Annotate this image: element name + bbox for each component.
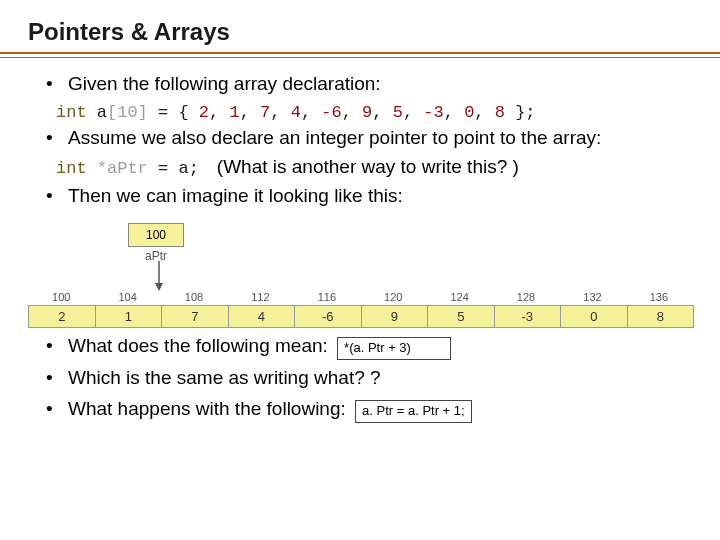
arrow-down-icon [155, 261, 175, 291]
code-star: * [87, 159, 107, 178]
bullet-list-2b: Then we can imagine it looking like this… [46, 184, 692, 209]
bullet-same: Which is the same as writing what? ? [46, 366, 692, 391]
code-box-deref: *(a. Ptr + 3) [337, 337, 451, 360]
value-cell: 9 [362, 306, 429, 327]
bullet-happens: What happens with the following: a. Ptr … [46, 397, 692, 423]
code-v9: 8 [495, 103, 505, 122]
code-v2: 7 [260, 103, 270, 122]
addr-cell: 116 [294, 291, 360, 305]
bullet-assume: Assume we also declare an integer pointe… [46, 126, 692, 151]
memory-diagram: 100 aPtr 100 104 108 112 116 120 124 128… [28, 223, 692, 328]
value-cell: -3 [495, 306, 562, 327]
code-v4: -6 [321, 103, 341, 122]
aptr-box: 100 [128, 223, 184, 247]
code-array-decl: int a[10] = { 2, 1, 7, 4, -6, 9, 5, -3, … [56, 103, 692, 122]
code-name: a [87, 103, 107, 122]
code-box-incr: a. Ptr = a. Ptr + 1; [355, 400, 472, 423]
value-cell: 4 [229, 306, 296, 327]
code-ptr-rest: = a; [148, 159, 199, 178]
addr-cell: 128 [493, 291, 559, 305]
bullet-list-1: Given the following array declaration: [46, 72, 692, 97]
value-cell: 0 [561, 306, 628, 327]
code-v1: 1 [229, 103, 239, 122]
code-size: [10] [107, 103, 148, 122]
addr-cell: 136 [626, 291, 692, 305]
addr-cell: 108 [161, 291, 227, 305]
bullet-list-2: Assume we also declare an integer pointe… [46, 126, 692, 151]
slide-title: Pointers & Arrays [28, 18, 692, 52]
code-close: }; [505, 103, 536, 122]
kw-int-2: int [56, 159, 87, 178]
bullet-imagine: Then we can imagine it looking like this… [46, 184, 692, 209]
value-cell: 2 [29, 306, 96, 327]
aptr-box-row: 100 aPtr [128, 223, 692, 263]
value-cell: 8 [628, 306, 694, 327]
value-cell: 1 [96, 306, 163, 327]
title-underline [0, 52, 720, 58]
code-v7: -3 [423, 103, 443, 122]
code-v0: 2 [199, 103, 209, 122]
code-ptr-decl: int *aPtr = a; [56, 159, 199, 178]
value-cell: 5 [428, 306, 495, 327]
bullet-list-3: What does the following mean: *(a. Ptr +… [46, 334, 692, 422]
svg-marker-1 [155, 283, 163, 291]
code-v6: 5 [393, 103, 403, 122]
addr-cell: 104 [94, 291, 160, 305]
value-row: 2 1 7 4 -6 9 5 -3 0 8 [28, 305, 694, 328]
addr-cell: 120 [360, 291, 426, 305]
code-ptr-name: aPtr [107, 159, 148, 178]
code-v5: 9 [362, 103, 372, 122]
addr-cell: 124 [426, 291, 492, 305]
address-row: 100 104 108 112 116 120 124 128 132 136 [28, 291, 692, 305]
code-v3: 4 [291, 103, 301, 122]
kw-int: int [56, 103, 87, 122]
bullet-given: Given the following array declaration: [46, 72, 692, 97]
bullet-happens-text: What happens with the following: [68, 398, 346, 419]
addr-cell: 112 [227, 291, 293, 305]
ptr-decl-row: int *aPtr = a; (What is another way to w… [56, 156, 692, 178]
bullet-mean: What does the following mean: *(a. Ptr +… [46, 334, 692, 360]
value-cell: 7 [162, 306, 229, 327]
code-v8: 0 [464, 103, 474, 122]
aptr-box-wrap: 100 aPtr [128, 223, 184, 263]
bullet-mean-text: What does the following mean: [68, 335, 328, 356]
addr-cell: 132 [559, 291, 625, 305]
value-cell: -6 [295, 306, 362, 327]
addr-cell: 100 [28, 291, 94, 305]
code-eq: = { [148, 103, 199, 122]
question-another-way: (What is another way to write this? ) [217, 156, 519, 178]
